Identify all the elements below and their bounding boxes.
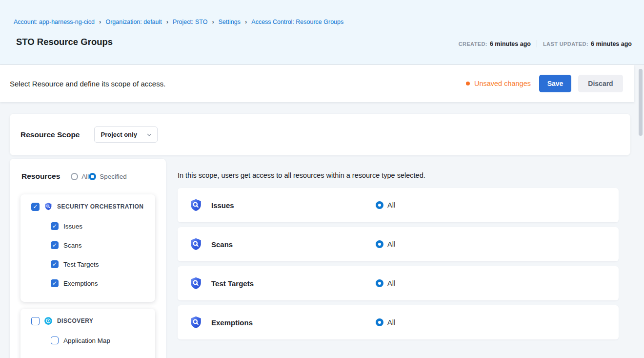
checkbox-application-map[interactable] xyxy=(51,337,59,344)
vertical-scrollbar[interactable] xyxy=(639,69,643,136)
group-name: DISCOVERY xyxy=(57,317,93,324)
radio-all-label: All xyxy=(81,173,89,180)
list-item: Exemptions xyxy=(51,279,155,287)
resource-scope-label: Resource Scope xyxy=(20,130,80,139)
resource-row-issues: Issues All xyxy=(178,188,619,222)
checkbox-scans[interactable] xyxy=(51,241,59,249)
sto-shield-icon xyxy=(189,276,203,291)
breadcrumb: Account: app-harness-ng-cicd › Organizat… xyxy=(14,18,343,25)
resource-scope-selected: Project only xyxy=(101,131,137,138)
item-label: Test Targets xyxy=(63,261,99,268)
group-security-orchestration: SECURITY ORCHESTRATION Issues Scans Test… xyxy=(20,194,155,302)
radio-specified[interactable] xyxy=(89,173,96,180)
page-title: STO Resource Groups xyxy=(16,37,113,47)
radio-test-targets-all[interactable] xyxy=(376,279,383,287)
chevron-down-icon xyxy=(146,132,152,138)
access-label: All xyxy=(387,279,395,287)
created-label: CREATED: xyxy=(459,41,487,47)
sto-shield-icon xyxy=(44,202,53,211)
list-item: Issues xyxy=(51,222,155,230)
resource-rows: Issues All Scans All Test Targets All Ex… xyxy=(178,188,619,344)
item-label: Issues xyxy=(63,223,82,230)
page-header: Account: app-harness-ng-cicd › Organizat… xyxy=(0,0,644,65)
checkbox-issues[interactable] xyxy=(51,222,59,230)
scope-description: In this scope, users get access to all r… xyxy=(178,171,425,179)
breadcrumb-settings[interactable]: Settings xyxy=(219,19,241,25)
resource-scope-card: Resource Scope Project only xyxy=(10,114,630,155)
radio-specified-label: Specified xyxy=(100,173,127,180)
chevron-right-icon: › xyxy=(207,18,218,25)
last-updated-value: 6 minutes ago xyxy=(591,41,632,47)
meta-divider xyxy=(537,40,537,47)
breadcrumb-access-control[interactable]: Access Control: Resource Groups xyxy=(251,19,343,25)
resource-row-scans: Scans All xyxy=(178,227,619,261)
list-item: Application Map xyxy=(51,337,155,344)
radio-scans-all[interactable] xyxy=(376,240,383,248)
row-label: Scans xyxy=(211,240,233,249)
checkbox-test-targets[interactable] xyxy=(51,260,59,268)
checkbox-security-orchestration[interactable] xyxy=(31,203,40,211)
discovery-icon xyxy=(44,316,53,325)
save-button[interactable]: Save xyxy=(539,75,571,92)
group-name: SECURITY ORCHESTRATION xyxy=(57,203,143,210)
resource-scope-dropdown[interactable]: Project only xyxy=(94,126,158,143)
chevron-right-icon: › xyxy=(162,18,173,25)
chevron-right-icon: › xyxy=(241,18,251,25)
group-discovery: DISCOVERY Application Map xyxy=(20,309,155,358)
sto-shield-icon xyxy=(189,237,203,252)
row-label: Test Targets xyxy=(211,279,254,288)
checkbox-discovery[interactable] xyxy=(31,317,40,325)
radio-issues-all[interactable] xyxy=(376,201,383,209)
toolbar-actions: Unsaved changes Save Discard xyxy=(466,75,623,92)
row-label: Exemptions xyxy=(211,318,253,327)
toolbar-description: Select Resource and define its scope of … xyxy=(10,80,165,88)
breadcrumb-project[interactable]: Project: STO xyxy=(173,19,207,25)
chevron-right-icon: › xyxy=(95,18,105,25)
checkbox-exemptions[interactable] xyxy=(51,279,59,287)
access-label: All xyxy=(387,240,395,248)
access-label: All xyxy=(387,201,395,209)
item-label: Scans xyxy=(63,242,82,249)
resources-panel: Resources All Specified SECURITY ORCHEST… xyxy=(10,159,166,358)
action-toolbar: Select Resource and define its scope of … xyxy=(0,65,634,102)
resources-title: Resources xyxy=(21,172,60,181)
discard-button[interactable]: Discard xyxy=(578,75,623,92)
resource-row-exemptions: Exemptions All xyxy=(178,305,619,339)
timestamps-meta: CREATED: 6 minutes ago LAST UPDATED: 6 m… xyxy=(459,40,632,47)
item-label: Exemptions xyxy=(63,280,98,287)
sto-shield-icon xyxy=(189,316,203,330)
item-label: Application Map xyxy=(63,337,110,344)
radio-all[interactable] xyxy=(71,173,78,180)
created-value: 6 minutes ago xyxy=(490,41,531,47)
last-updated-label: LAST UPDATED: xyxy=(543,41,588,47)
sto-shield-icon xyxy=(189,198,203,212)
breadcrumb-account[interactable]: Account: app-harness-ng-cicd xyxy=(14,19,95,25)
unsaved-dot-icon xyxy=(466,82,470,85)
breadcrumb-organization[interactable]: Organization: default xyxy=(105,19,161,25)
row-label: Issues xyxy=(211,201,234,210)
access-label: All xyxy=(387,318,395,326)
list-item: Test Targets xyxy=(51,260,155,268)
list-item: Scans xyxy=(51,241,155,249)
resource-row-test-targets: Test Targets All xyxy=(178,266,619,300)
radio-exemptions-all[interactable] xyxy=(376,318,383,326)
unsaved-changes-label: Unsaved changes xyxy=(474,80,531,87)
